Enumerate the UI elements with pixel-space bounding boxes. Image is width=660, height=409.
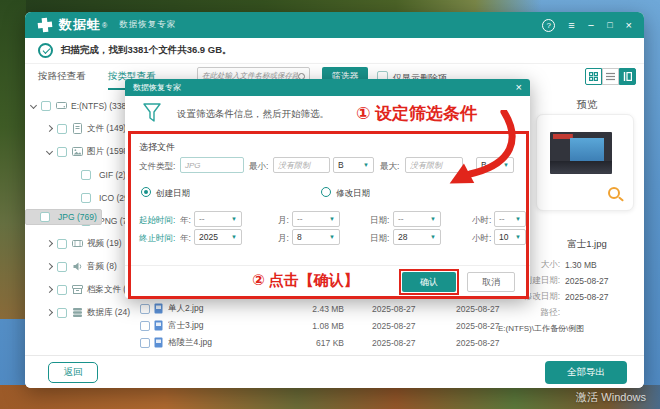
list-view-icon[interactable] bbox=[602, 68, 619, 85]
app-logo-cross-icon bbox=[36, 16, 54, 34]
audio-icon bbox=[72, 261, 83, 272]
tree-item-label: 视频 (19) bbox=[87, 238, 121, 250]
tree-item-gif[interactable]: GIF (2) bbox=[25, 163, 137, 186]
chevron-right-icon[interactable] bbox=[46, 309, 53, 316]
file-checkbox[interactable] bbox=[140, 321, 150, 331]
dialog-header: 数据恢复专家 × bbox=[125, 79, 530, 96]
drive-icon bbox=[56, 100, 67, 111]
jpg-file-icon bbox=[154, 337, 163, 348]
tree-checkbox[interactable] bbox=[41, 101, 51, 111]
jpg-file-icon bbox=[154, 320, 163, 331]
dialog-instruction: 设置筛选条件信息，然后开始筛选。 bbox=[177, 108, 329, 121]
maximize-icon[interactable]: □ bbox=[607, 21, 612, 30]
funnel-filter-icon bbox=[143, 103, 161, 123]
chevron-right-icon[interactable] bbox=[46, 263, 53, 270]
tree-item-images[interactable]: 图片 (1598) bbox=[25, 140, 137, 163]
chevron-right-icon[interactable] bbox=[46, 125, 53, 132]
chevron-right-icon[interactable] bbox=[46, 240, 53, 247]
minimize-icon[interactable]: − bbox=[588, 20, 594, 31]
file-created-date: 2025-08-27 bbox=[372, 338, 436, 348]
file-created-date: 2025-08-27 bbox=[372, 321, 436, 331]
file-modified-date: 2025-08-27 bbox=[456, 304, 520, 314]
file-name: 格陵兰4.jpg bbox=[168, 337, 286, 349]
preview-thumbnail[interactable] bbox=[550, 132, 612, 174]
tree-item-label: 文件 (149) bbox=[87, 123, 126, 135]
tree-item-video[interactable]: 视频 (19) bbox=[25, 232, 137, 255]
tree-checkbox[interactable] bbox=[40, 212, 50, 222]
tab-view-by-path[interactable]: 按路径查看 bbox=[38, 70, 86, 83]
tree-item-audio[interactable]: 音频 (8) bbox=[25, 255, 137, 278]
image-icon bbox=[72, 146, 83, 157]
file-row[interactable]: 格陵兰4.jpg 617 KB 2025-08-27 2025-08-27 bbox=[140, 334, 532, 351]
tree-item-jpg-selected[interactable]: JPG (769) bbox=[25, 209, 102, 225]
tree-checkbox[interactable] bbox=[57, 239, 67, 249]
activate-windows-watermark: 激活 Windows bbox=[576, 390, 646, 405]
file-size: 617 KB bbox=[286, 338, 344, 348]
chevron-down-icon[interactable] bbox=[30, 102, 37, 109]
tree-checkbox[interactable] bbox=[57, 308, 67, 318]
preview-created-row: 创建日期: 2025-08-27 bbox=[522, 273, 644, 289]
tree-checkbox[interactable] bbox=[57, 124, 67, 134]
preview-filename: 富士1.jpg bbox=[530, 238, 644, 251]
scan-status-bar: 扫描完成，找到3381个文件共36.9 GB。 bbox=[25, 38, 644, 64]
tree-item-label: 音频 (8) bbox=[87, 261, 117, 273]
zoom-magnifier-icon[interactable] bbox=[608, 187, 620, 199]
file-list: 单人2.jpg 2.43 MB 2025-08-27 2025-08-27 富士… bbox=[140, 300, 532, 351]
file-size: 1.08 MB bbox=[286, 321, 344, 331]
file-size: 2.43 MB bbox=[286, 304, 344, 314]
database-icon bbox=[72, 307, 83, 318]
app-subtitle: 数据恢复专家 bbox=[119, 19, 176, 31]
titlebar: 数据蛙 ® 数据恢复专家 ? ≡ − □ × bbox=[25, 12, 644, 38]
scan-complete-check-icon bbox=[38, 43, 53, 58]
chevron-right-icon[interactable] bbox=[46, 286, 53, 293]
annotation-step2-text: ② 点击【确认】 bbox=[252, 271, 359, 290]
preview-modified-row: 修改日期: 2025-08-27 bbox=[522, 289, 644, 305]
tree-item-archive[interactable]: 档案文件 (571) bbox=[25, 278, 137, 301]
tree-item-database[interactable]: 数据库 (24) bbox=[25, 301, 137, 324]
file-checkbox[interactable] bbox=[140, 304, 150, 314]
desktop: 数据蛙 ® 数据恢复专家 ? ≡ − □ × 扫描完成，找到3381个文件共36… bbox=[0, 0, 660, 409]
dialog-title: 数据恢复专家 bbox=[133, 82, 181, 93]
footer-bar: 返回 全部导出 bbox=[25, 355, 644, 388]
close-icon[interactable]: × bbox=[626, 20, 632, 31]
registered-mark: ® bbox=[102, 22, 107, 29]
path-value: E:(NTFS)\工作备份\例图 bbox=[498, 323, 644, 334]
preview-panel: 预览 富士1.jpg 大小: 1.30 MB 创建日期: 2025-08-27 bbox=[530, 90, 644, 355]
size-value: 1.30 MB bbox=[565, 260, 597, 270]
file-modified-date: 2025-08-27 bbox=[456, 338, 520, 348]
preview-card bbox=[536, 114, 634, 211]
file-row[interactable]: 单人2.jpg 2.43 MB 2025-08-27 2025-08-27 bbox=[140, 300, 532, 317]
tree-item-ico[interactable]: ICO (29) bbox=[25, 186, 137, 209]
tree-item-files[interactable]: 文件 (149) bbox=[25, 117, 137, 140]
tree-checkbox[interactable] bbox=[57, 262, 67, 272]
tree-checkbox[interactable] bbox=[81, 193, 91, 203]
back-button[interactable]: 返回 bbox=[48, 362, 98, 383]
dialog-close-icon[interactable]: × bbox=[516, 82, 522, 93]
tree-item-label: JPG (769) bbox=[58, 212, 97, 222]
help-icon[interactable]: ? bbox=[542, 19, 555, 32]
column-view-icon[interactable] bbox=[619, 68, 636, 85]
document-icon bbox=[72, 123, 83, 134]
tree-item-label: GIF (2) bbox=[99, 170, 126, 180]
thumbnail-view-icon[interactable] bbox=[585, 68, 602, 85]
preview-title: 预览 bbox=[530, 98, 644, 112]
menu-icon[interactable]: ≡ bbox=[568, 20, 574, 31]
file-row[interactable]: 富士3.jpg 1.08 MB 2025-08-27 2025-08-27 bbox=[140, 317, 532, 334]
annotation-red-arrow bbox=[440, 110, 520, 195]
tree-checkbox[interactable] bbox=[81, 170, 91, 180]
annotation-confirm-highlight bbox=[399, 269, 459, 295]
file-checkbox[interactable] bbox=[140, 338, 150, 348]
app-name: 数据蛙 bbox=[59, 16, 101, 34]
file-created-date: 2025-08-27 bbox=[372, 304, 436, 314]
desktop-background bbox=[0, 385, 660, 409]
tree-checkbox[interactable] bbox=[57, 285, 67, 295]
modified-value: 2025-08-27 bbox=[565, 292, 608, 302]
export-all-button[interactable]: 全部导出 bbox=[545, 361, 627, 384]
tree-checkbox[interactable] bbox=[57, 147, 67, 157]
archive-icon bbox=[72, 284, 83, 295]
tree-item-drive-e[interactable]: E:(NTFS) (3381) bbox=[25, 94, 137, 117]
created-value: 2025-08-27 bbox=[565, 276, 608, 286]
preview-path-row: 路径: bbox=[522, 305, 644, 321]
video-icon bbox=[72, 238, 83, 249]
chevron-down-icon[interactable] bbox=[46, 148, 53, 155]
